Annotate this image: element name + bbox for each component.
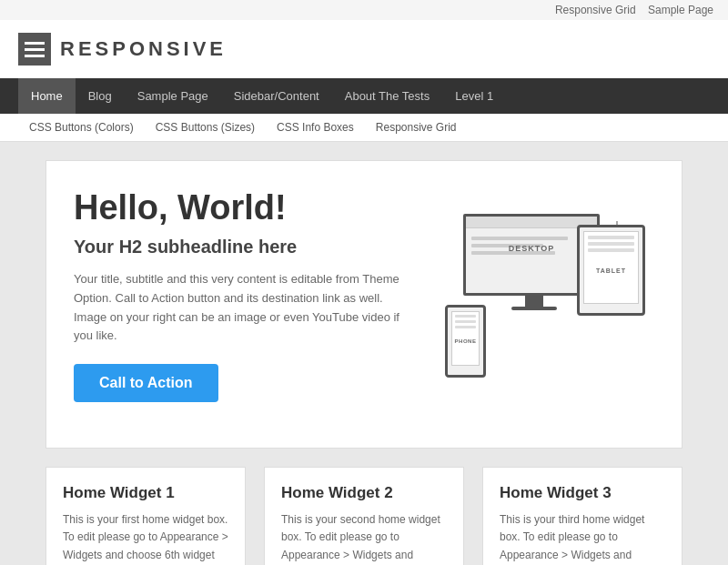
logo-bar-1 <box>25 42 45 45</box>
cta-button[interactable]: Call to Action <box>74 364 218 402</box>
topbar-link-grid[interactable]: Responsive Grid <box>555 4 636 16</box>
nav-item-home[interactable]: Home <box>18 78 76 114</box>
site-header: RESPONSIVE <box>0 20 728 78</box>
main-content: Hello, World! Your H2 subheadline here Y… <box>46 160 682 449</box>
main-nav: Home Blog Sample Page Sidebar/Content Ab… <box>0 78 728 114</box>
logo-bar-3 <box>25 55 45 57</box>
tablet-label: TABLET <box>596 267 626 273</box>
desktop-label: DESKTOP <box>509 244 554 253</box>
widget-1-title: Home Widget 1 <box>63 484 228 502</box>
hero-body: Your title, subtitle and this very conte… <box>74 270 418 346</box>
subnav-item-css-info-boxes[interactable]: CSS Info Boxes <box>266 114 365 141</box>
hero-section: Hello, World! Your H2 subheadline here Y… <box>74 188 654 420</box>
phone-label: PHONE <box>455 338 477 344</box>
monitor-stand <box>525 296 543 307</box>
tablet-line-1 <box>588 236 634 239</box>
nav-item-blog[interactable]: Blog <box>76 78 125 114</box>
widget-2-title: Home Widget 2 <box>281 484 447 502</box>
top-bar: Responsive Grid Sample Page <box>0 0 728 20</box>
device-phone: PHONE <box>445 305 486 378</box>
widget-2-body: This is your second home widget box. To … <box>281 511 447 565</box>
phone-line-1 <box>455 315 476 318</box>
widget-3-title: Home Widget 3 <box>500 484 665 502</box>
hero-headline: Hello, World! <box>74 188 418 227</box>
nav-item-sidebar[interactable]: Sidebar/Content <box>221 78 332 114</box>
hero-text: Hello, World! Your H2 subheadline here Y… <box>74 188 418 402</box>
logo-text: RESPONSIVE <box>60 37 227 61</box>
subnav-item-responsive-grid[interactable]: Responsive Grid <box>365 114 468 141</box>
monitor-line-1 <box>471 237 568 240</box>
subnav-item-css-buttons-sizes[interactable]: CSS Buttons (Sizes) <box>145 114 266 141</box>
tablet-line-3 <box>588 248 634 252</box>
widgets-section: Home Widget 1 This is your first home wi… <box>46 467 682 565</box>
subnav-item-css-buttons-colors[interactable]: CSS Buttons (Colors) <box>18 114 145 141</box>
monitor-base <box>511 307 557 310</box>
nav-item-about[interactable]: About The Tests <box>332 78 442 114</box>
site-logo: RESPONSIVE <box>18 33 227 66</box>
phone-line-3 <box>455 326 476 328</box>
hero-subheadline: Your H2 subheadline here <box>74 237 418 257</box>
widget-2: Home Widget 2 This is your second home w… <box>264 467 464 565</box>
topbar-link-sample[interactable]: Sample Page <box>648 4 713 16</box>
sub-nav: CSS Buttons (Colors) CSS Buttons (Sizes)… <box>0 114 728 142</box>
hero-image: DESKTOP <box>436 188 654 402</box>
device-tablet: TABLET <box>577 225 645 316</box>
logo-bar-2 <box>25 48 45 51</box>
widget-3: Home Widget 3 This is your third home wi… <box>482 467 682 565</box>
widget-1-body: This is your first home widget box. To e… <box>63 511 228 565</box>
nav-item-level1[interactable]: Level 1 <box>442 78 506 114</box>
widget-1: Home Widget 1 This is your first home wi… <box>46 467 246 565</box>
phone-line-2 <box>455 320 476 323</box>
device-illustration: DESKTOP <box>445 214 645 378</box>
logo-icon <box>18 33 51 66</box>
tablet-line-2 <box>588 242 634 246</box>
nav-item-sample[interactable]: Sample Page <box>125 78 221 114</box>
widget-3-body: This is your third home widget box. To e… <box>500 511 665 565</box>
